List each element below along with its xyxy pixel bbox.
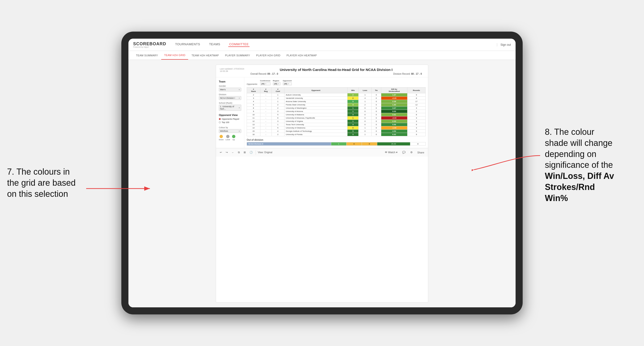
cell-tie: 0 [372, 116, 381, 120]
cell-opponent: University of Oklahoma [284, 126, 348, 130]
cell-conf: 3 [272, 110, 284, 113]
tab-team-summary[interactable]: TEAM SUMMARY [133, 51, 161, 60]
tab-player-h2h-grid[interactable]: PLAYER H2H GRID [253, 51, 283, 60]
cell-diff: -4.33 [381, 116, 407, 120]
cell-opponent: Texas Tech University [284, 123, 348, 126]
cell-tie: 0 [372, 113, 381, 116]
cell-rank: 11 [247, 116, 260, 120]
nav-teams[interactable]: TEAMS [208, 42, 221, 47]
sidebar-school-select[interactable]: 1. University of Nort... [219, 105, 241, 111]
panel-title: University of North Carolina Head-to-Hea… [248, 68, 424, 72]
cell-loss: 0 [358, 110, 372, 113]
cell-diff: 4.50 [381, 130, 407, 133]
toolbar-copy[interactable]: ⧉ [237, 150, 241, 154]
cell-opponent: University of Virginia [284, 120, 348, 123]
toolbar-paste[interactable]: ⊞ [243, 150, 247, 154]
tab-team-h2h-heatmap[interactable]: TEAM H2H HEATMAP [188, 51, 222, 60]
cell-opponent: University of Washington [284, 107, 348, 110]
cell-diff: 3.67 [381, 107, 407, 110]
col-loss: Loss [358, 87, 372, 93]
cell-diff: 2.28 [381, 100, 407, 103]
sidebar-gender-select[interactable]: Men's [219, 88, 241, 91]
cell-opponent: University of Alabama [284, 113, 348, 116]
tab-player-summary[interactable]: PLAYER SUMMARY [222, 51, 253, 60]
cell-rank: 3 [247, 97, 260, 100]
tab-player-h2h-heatmap[interactable]: PLAYER H2H HEATMAP [284, 51, 320, 60]
toolbar-watch[interactable]: 👁 Watch ▾ [384, 150, 398, 154]
nav-tournaments[interactable]: TOURNAMENTS [174, 42, 201, 47]
cell-rounds: 9 [407, 133, 426, 136]
annotation-right: 8. The colour shade will change dependin… [545, 127, 639, 204]
filter-conference: Conference (All) [260, 80, 270, 85]
toolbar-share[interactable]: Share [416, 151, 425, 154]
colour-by-select[interactable]: Win/loss [219, 129, 241, 133]
table-row: 6 - 2 Florida State University 4 2 0 1.8… [247, 103, 426, 107]
cell-reg: - [260, 116, 272, 120]
toolbar-clock[interactable]: 🕐 [248, 150, 254, 154]
opponent-select[interactable]: (All) [283, 82, 292, 85]
sidebar-team-label: Team [219, 80, 241, 83]
cell-win: 1 [348, 116, 358, 120]
cell-rank: 8 [247, 107, 260, 110]
sidebar-school-label: School (Rank) [219, 102, 241, 104]
opponent-view-label: Opponent View [219, 114, 241, 116]
conference-select[interactable]: (All) [260, 82, 270, 85]
cell-rank: 15 [247, 130, 260, 133]
toolbar-back[interactable]: ← [231, 151, 235, 154]
col-rank: #Rank [247, 87, 260, 93]
cell-opponent: Florida State University [284, 103, 348, 107]
cell-conf: 1 [272, 100, 284, 103]
radio-opponents-played[interactable]: Opponents Played [219, 118, 241, 120]
cell-conf: 2 [272, 103, 284, 107]
cell-rounds: 2 [407, 110, 426, 113]
cell-win: 5 [348, 130, 358, 133]
cell-win: 0 [348, 126, 358, 130]
sidebar-division-select[interactable]: NCAA Division I [219, 96, 241, 100]
top-nav: SCOREBOARD Powered by clippd TOURNAMENTS… [128, 39, 516, 51]
legend-down: Down [219, 135, 224, 141]
cell-reg: - [260, 93, 272, 97]
table-row: NCAA Division II 1 0 0 26.00 3 [247, 142, 426, 146]
sign-out-button[interactable]: Sign out [497, 43, 511, 46]
cell-rounds: 8 [407, 113, 426, 116]
colour-by-label: Colour by [219, 126, 241, 129]
sidebar-division-label: Division [219, 93, 241, 96]
cell-win: 1 [348, 120, 358, 123]
cell-loss: 2 [358, 103, 372, 107]
table-row: 9 - 3 University of Arizona 1 0 0 9.00 2 [247, 110, 426, 113]
cell-conf: 1 [272, 93, 284, 97]
cell-rank: 6 [247, 103, 260, 107]
cell-conf: 2 [272, 107, 284, 110]
out-div-diff: 26.00 [377, 142, 410, 146]
cell-reg: - [260, 110, 272, 113]
cell-conf: 4 [272, 130, 284, 133]
sub-nav: TEAM SUMMARY TEAM H2H GRID TEAM H2H HEAT… [128, 51, 516, 60]
cell-rank: 13 [247, 123, 260, 126]
toolbar-redo[interactable]: ↪ [225, 150, 229, 154]
cell-tie: 0 [372, 97, 381, 100]
toolbar-comment[interactable]: 💬 [401, 150, 406, 154]
legend-up: Up [232, 135, 235, 141]
table-row: 10 - 5 University of Alabama 3 0 0 2.61 … [247, 113, 426, 116]
cell-rank: 4 [247, 100, 260, 103]
col-tie: Tie [372, 87, 381, 93]
col-opponent: Opponent [284, 87, 348, 93]
radio-top100[interactable]: Top 100 [219, 121, 241, 124]
table-row: 3 - 2 Vanderbilt University 0 4 0 -2.29 … [247, 97, 426, 100]
tab-team-h2h-grid[interactable]: TEAM H2H GRID [161, 51, 188, 60]
cell-win: 1 [348, 110, 358, 113]
cell-reg: - [260, 100, 272, 103]
data-panel: Last Updated: 27/03/2024 16:55:38 Univer… [216, 65, 428, 303]
toolbar-settings[interactable]: ⚙ [409, 150, 414, 154]
region-select[interactable]: (All) [273, 82, 280, 85]
cell-diff: 2.61 [381, 113, 407, 116]
sidebar-gender-label: Gender [219, 85, 241, 87]
cell-loss: 0 [358, 123, 372, 126]
toolbar-undo[interactable]: ↩ [219, 150, 223, 154]
cell-rounds: 9 [407, 130, 426, 133]
cell-rounds: 9 [407, 93, 426, 97]
tablet-device: SCOREBOARD Powered by clippd TOURNAMENTS… [121, 32, 523, 314]
col-reg: #Reg [260, 87, 272, 93]
cell-loss: 1 [358, 100, 372, 103]
nav-committee[interactable]: COMMITTEE [228, 42, 250, 47]
